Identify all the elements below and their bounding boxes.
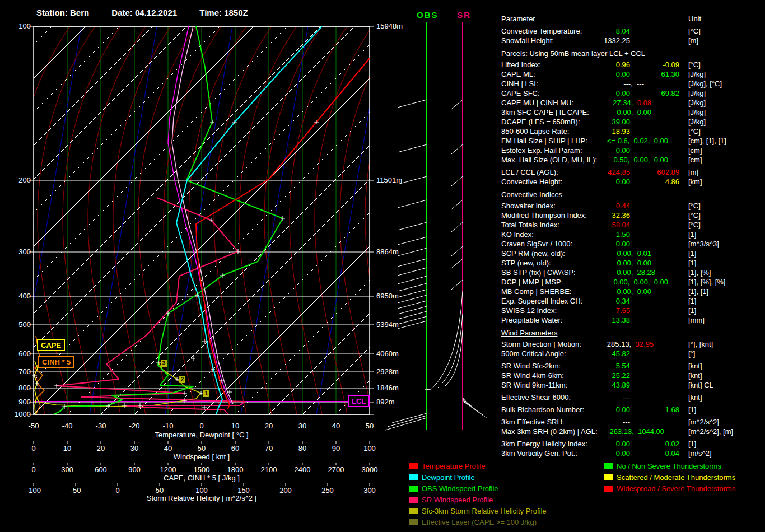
row-value-segment: 8.04 <box>616 27 630 35</box>
legend-label: OBS Windspeed Profile <box>422 484 498 493</box>
legend-swatch <box>409 463 418 469</box>
row-unit: [°C] <box>688 27 701 36</box>
row-unit: [1], [%], [%] <box>688 278 725 287</box>
temp-axis-tick: 50 <box>366 422 374 430</box>
row-label: DCP | MMP | MSP: <box>501 278 563 287</box>
pressure-tick-label: 200 <box>18 176 31 184</box>
row-label: Lifted Index: <box>501 60 541 69</box>
row-value-segment: 0.00 <box>616 440 630 448</box>
srh-km-marker: 2 <box>179 376 185 383</box>
row-value-lcl: 5.54 <box>616 362 630 371</box>
row-unit: [1] <box>688 230 696 239</box>
row-unit: [knt] <box>688 393 702 402</box>
table-row: Max. Hail Size (OLD, MU, IL):0.50, 0.00,… <box>501 156 765 165</box>
row-unit: [cm], [1], [1] <box>688 137 726 146</box>
row-unit: [J/kg], [°C] <box>688 80 722 88</box>
row-unit: [J/kg] <box>688 99 706 108</box>
table-row: Lifted Index:0.96-0.09[°C] <box>501 60 765 70</box>
legend-item: Temperature Profile <box>409 462 485 470</box>
row-label: Convective Temperature: <box>501 27 582 36</box>
row-value-wide: 0.00, 28.28 <box>617 268 655 277</box>
cape-axis-tick: 900 <box>128 465 141 474</box>
row-unit: [1] <box>688 249 696 258</box>
altitude-tick-label: 4060m <box>376 349 399 358</box>
table-row: CAPE MU | CINH MU:27.34, 0.08[J/kg] <box>501 99 765 108</box>
wind-axis-tick: 20 <box>97 444 105 452</box>
legend-label: No / Non Severe Thunderstorms <box>617 462 721 470</box>
row-label: STP (new, old): <box>501 259 551 268</box>
legend-label: Temperature Profile <box>422 462 485 470</box>
row-label: LCL / CCL (AGL): <box>501 168 558 177</box>
row-value-segment: 0.02 <box>665 440 679 448</box>
srh-axis-tick: 250 <box>321 486 334 494</box>
table-row: CAPE ML:0.0061.30[J/kg] <box>501 70 765 80</box>
col-unit: Unit <box>688 15 701 24</box>
legend-label: Sfc-3km Storm Relative Helicity Profile <box>422 507 547 515</box>
profile-plus-marker <box>183 391 187 395</box>
row-label: Effective Shear 6000: <box>501 393 571 402</box>
row-value-segment: 0.00, 0.01 <box>617 249 651 258</box>
cape-axis-tick: 1200 <box>160 465 176 474</box>
row-label: SR Wind 4km-6km: <box>501 371 564 380</box>
table-row: Convective Height:0.004.86[km] <box>501 178 765 187</box>
row-value-wide: -263.13, 1044.00 <box>607 427 664 436</box>
obs-wind-barb <box>398 268 427 276</box>
obs-wind-barb <box>398 222 427 230</box>
srh-axis-tick: 0 <box>115 486 119 494</box>
legend-item: SR Windspeed Profile <box>409 496 493 504</box>
row-value-segment: -7.65 <box>613 306 630 315</box>
srh-axis-title: Storm Relative Helicity [ m^2/s^2 ] <box>147 494 256 502</box>
table-row: KO Index:-1.50[1] <box>501 230 765 240</box>
srh-axis-tick: 150 <box>237 486 250 494</box>
plot-header: Station: Bern Date: 04.12.2021 Time: 185… <box>36 8 268 17</box>
row-unit: [knt] CL <box>688 381 713 390</box>
altitude-tick-label: 15948m <box>376 22 403 30</box>
row-value-segment: 0.00, 0.00 <box>617 259 651 267</box>
temp-axis-tick: 10 <box>231 422 239 430</box>
legend-swatch <box>604 486 613 492</box>
row-label: 3km Energy Helicity Index: <box>501 440 587 449</box>
legend-label: Effective Layer (CAPE >= 100 J/kg) <box>422 518 537 526</box>
altitude-tick-label: 5394m <box>376 320 399 329</box>
wind-axis-tick: 0 <box>31 444 35 452</box>
legend-swatch <box>409 497 418 503</box>
legend-swatch <box>409 519 418 525</box>
row-label: 3km SFC CAPE | IL CAPE: <box>501 108 589 117</box>
row-value-lcl: 45.82 <box>612 349 630 358</box>
row-unit: [1] <box>688 306 696 315</box>
row-value-lcl: 424.85 <box>608 168 630 177</box>
wind-axis-tick: 10 <box>63 444 71 452</box>
row-value-lcl: 43.89 <box>612 381 630 390</box>
temp-axis-tick: -50 <box>29 422 39 430</box>
row-label: DCAPE (LFS = 650mB): <box>501 118 580 127</box>
legend-item: Effective Layer (CAPE >= 100 J/kg) <box>409 518 537 526</box>
row-value-wide: ---, --- <box>623 80 644 88</box>
row-label: 500m Critical Angle: <box>501 349 566 358</box>
srh-km-marker: 3 <box>161 360 167 367</box>
row-value-lcl: -1.50 <box>613 230 630 239</box>
obs-wind-barb <box>398 144 427 152</box>
obs-wind-barb <box>398 259 427 267</box>
pressure-tick-label: 400 <box>18 292 31 300</box>
srh-axis-tick: 50 <box>156 486 164 494</box>
obs-wind-barb <box>398 248 427 256</box>
row-value-lcl: 25.22 <box>612 371 630 380</box>
row-unit: [°C] <box>688 60 701 69</box>
temp-axis-tick: -10 <box>163 422 174 430</box>
table-section-title: Wind Parameters <box>501 329 765 340</box>
sr-wind-barb <box>451 246 463 256</box>
sr-wind-fan <box>463 401 487 418</box>
row-value-segment: 1332.25 <box>604 36 630 45</box>
row-value-lcl: -7.65 <box>613 306 630 315</box>
table-row: Total Totals Index:58.04[°C] <box>501 221 765 230</box>
row-value-segment: 1.68 <box>665 405 679 414</box>
obs-wind-barb <box>398 311 427 319</box>
row-label: 850-600 Lapse Rate: <box>501 127 569 136</box>
row-label: Exp. Supercell Index CH: <box>501 297 582 306</box>
row-label: Total Totals Index: <box>501 221 559 230</box>
row-value-ccl: 61.30 <box>661 70 679 79</box>
srh-axis-tick: 200 <box>279 486 292 494</box>
obs-wind-barb <box>398 316 427 324</box>
pressure-tick-label: 500 <box>18 320 31 329</box>
row-value-segment: 25.22 <box>612 371 630 380</box>
